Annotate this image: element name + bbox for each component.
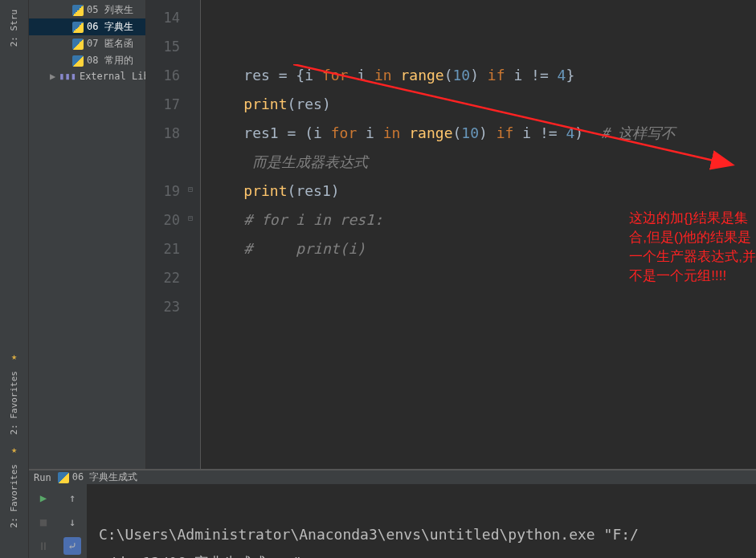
- code-content[interactable]: res = {i for i in range(10) if i != 4} p…: [201, 0, 756, 469]
- fold-handle-icon[interactable]: ⊟: [188, 214, 193, 222]
- fold-gutter: ⊟ ⊟: [186, 0, 201, 469]
- soft-wrap-icon[interactable]: ⤶: [63, 537, 81, 555]
- favorites-tab-2[interactable]: 2: Favorites: [7, 458, 21, 534]
- code-editor[interactable]: 14 15 16 17 18 19 20 21 22 23 ⊟ ⊟ res = …: [146, 0, 756, 469]
- top-editor-area: 05 列表生 06 字典生 07 匿名函 08 常用的 ▶ ▮▮▮ Extern…: [29, 0, 756, 469]
- console-output[interactable]: C:\Users\Administrator\Anaconda3\envs\un…: [87, 484, 756, 558]
- tree-file-06[interactable]: 06 字典生: [29, 18, 145, 35]
- tree-file-05[interactable]: 05 列表生: [29, 2, 145, 18]
- tree-external-libs[interactable]: ▶ ▮▮▮ External Libr: [29, 69, 145, 83]
- favorites-tab[interactable]: 2: Favorites: [7, 365, 21, 441]
- structure-tab[interactable]: 2: Stru: [7, 3, 21, 53]
- up-icon[interactable]: ↑: [63, 489, 81, 507]
- fold-handle-icon[interactable]: ⊟: [188, 185, 193, 193]
- run-config-name: 06 字典生成式: [72, 470, 138, 484]
- library-icon: ▮▮▮: [59, 71, 76, 82]
- line-number-gutter: 14 15 16 17 18 19 20 21 22 23: [146, 0, 186, 469]
- run-label: Run: [34, 472, 51, 483]
- pause-icon[interactable]: ⏸: [35, 537, 52, 555]
- project-tree[interactable]: 05 列表生 06 字典生 07 匿名函 08 常用的 ▶ ▮▮▮ Extern…: [29, 0, 146, 469]
- python-file-icon: [72, 5, 84, 16]
- python-file-icon: [58, 472, 69, 483]
- main-area: 05 列表生 06 字典生 07 匿名函 08 常用的 ▶ ▮▮▮ Extern…: [29, 0, 756, 558]
- favorite-star-icon: ★: [11, 351, 17, 362]
- red-text-annotation: 这边的加{}结果是集 合,但是()他的结果是 一个生产器表达式,并 不是一个元组…: [629, 209, 756, 286]
- tree-file-08[interactable]: 08 常用的: [29, 52, 145, 69]
- tree-file-07[interactable]: 07 匿名函: [29, 35, 145, 52]
- run-header: Run 06 字典生成式: [29, 470, 756, 484]
- rerun-icon[interactable]: ▶: [35, 489, 52, 507]
- expand-icon: ▶: [50, 71, 55, 82]
- run-body: ▶ ■ ⏸ ▦ 🖶 ✖ ? ↑ ↓ ⤶ ⎘ ⎙ 🗑 C:\Users\Admin…: [29, 484, 756, 558]
- python-file-icon: [72, 22, 84, 33]
- python-file-icon: [72, 39, 84, 50]
- run-panel: Run 06 字典生成式 ▶ ■ ⏸ ▦ 🖶 ✖ ? ↑ ↓ ⤶ ⎘ ⎙ 🗑: [29, 469, 756, 558]
- left-tool-gutter: 2: Stru ★ 2: Favorites ★ 2: Favorites: [0, 0, 29, 558]
- run-toolbar-right: ↑ ↓ ⤶ ⎘ ⎙ 🗑: [58, 484, 87, 558]
- run-toolbar-left: ▶ ■ ⏸ ▦ 🖶 ✖ ?: [29, 484, 58, 558]
- down-icon[interactable]: ↓: [63, 513, 81, 531]
- python-file-icon: [72, 55, 84, 67]
- stop-disabled-icon[interactable]: ■: [35, 513, 52, 531]
- favorite-star-icon: ★: [11, 444, 17, 455]
